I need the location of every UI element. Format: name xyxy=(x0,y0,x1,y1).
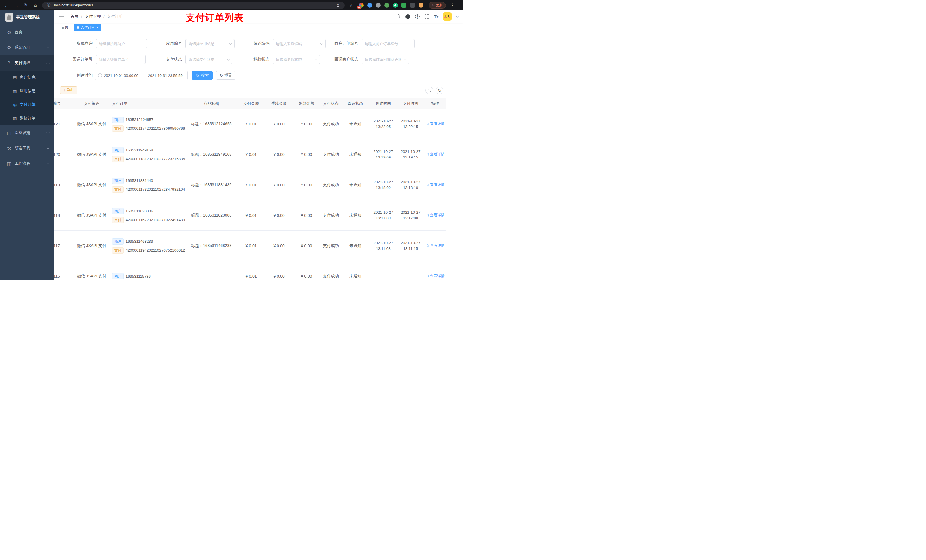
search-button[interactable]: 搜索 xyxy=(192,71,213,80)
cell-order: 商户 163531115786 支付 xyxy=(109,273,186,279)
tab-pay-order[interactable]: 支付订单 xyxy=(74,24,101,31)
tab-home[interactable]: 首页 xyxy=(59,24,71,31)
col-fee: 手续金额 xyxy=(265,101,293,106)
sidebar-item-workflow[interactable]: ▥ 工作流程 xyxy=(0,156,54,171)
browser-update-button[interactable]: 更新 xyxy=(428,2,446,9)
cell-status: 支付成功 xyxy=(320,243,342,248)
callback-status-select[interactable] xyxy=(365,57,406,62)
magnifier-icon xyxy=(426,122,429,125)
cell-pay-time: 2021-10-2713:18:10 xyxy=(398,179,424,191)
view-detail-link[interactable]: 查看详情 xyxy=(426,182,445,187)
browser-menu-icon[interactable] xyxy=(449,2,455,8)
magnifier-icon xyxy=(426,153,429,155)
export-button[interactable]: 导出 xyxy=(60,86,77,94)
merchant-order-no-input[interactable] xyxy=(365,42,412,46)
merchant-select[interactable] xyxy=(99,42,144,46)
channel-order-no-input[interactable] xyxy=(99,57,142,62)
back-icon[interactable] xyxy=(3,2,10,8)
cell-channel: 微信 JSAPI 支付 xyxy=(75,243,109,248)
cell-id: 120 xyxy=(54,152,75,157)
view-detail-link[interactable]: 查看详情 xyxy=(426,121,445,126)
cell-create-time: 2021-10-2713:18:02 xyxy=(369,179,398,191)
user-avatar[interactable] xyxy=(443,12,452,21)
cell-status: 支付成功 xyxy=(320,213,342,218)
channel-code-select[interactable] xyxy=(276,42,322,46)
info-icon[interactable] xyxy=(45,2,52,8)
top-navbar: 首页 / 支付管理 / 支付订单 xyxy=(54,10,463,23)
date-start: 2021-10-01 00:00:00 xyxy=(104,73,138,78)
extension-icon[interactable] xyxy=(401,3,406,8)
refund-status-select[interactable] xyxy=(276,57,317,62)
bookmark-star-icon[interactable] xyxy=(348,2,354,8)
merchant-tag: 商户 xyxy=(112,117,124,123)
font-size-icon[interactable] xyxy=(434,14,438,19)
breadcrumb-separator: / xyxy=(103,14,104,19)
filter-callback-status: 回调商户状态 xyxy=(331,55,409,64)
sidebar-item-system[interactable]: ⚙ 系统管理 xyxy=(0,40,54,55)
chevron-down-icon[interactable] xyxy=(456,15,459,18)
sidebar-item-payment[interactable]: ¥ 支付管理 xyxy=(0,55,54,71)
extension-icon[interactable] xyxy=(393,3,398,8)
table-row: 120 微信 JSAPI 支付 商户 1635311949168 支付 4200… xyxy=(54,139,446,170)
active-dot xyxy=(77,26,79,29)
cell-title: 标题：1635311881439 xyxy=(186,183,237,187)
app-select[interactable] xyxy=(189,42,232,46)
view-detail-link[interactable]: 查看详情 xyxy=(426,152,445,157)
date-range-input[interactable]: 2021-10-01 00:00:00 - 2021-10-31 23:59:5… xyxy=(95,71,188,80)
home-icon[interactable] xyxy=(32,2,39,8)
reload-icon[interactable] xyxy=(23,2,29,8)
extension-icon[interactable] xyxy=(376,3,381,8)
cell-actions: 查看详情 xyxy=(424,243,446,249)
reset-button[interactable]: 重置 xyxy=(216,71,236,80)
close-icon[interactable] xyxy=(96,26,98,29)
browser-profile-avatar[interactable] xyxy=(419,3,424,8)
extension-icon[interactable] xyxy=(367,3,372,8)
cell-notify: 未通知 xyxy=(342,152,369,157)
cell-refund: ¥ 0.00 xyxy=(293,122,320,126)
view-detail-link[interactable]: 查看详情 xyxy=(426,243,445,248)
url-bar[interactable]: localhost:1024/pay/order xyxy=(42,2,345,9)
help-icon[interactable] xyxy=(415,14,420,19)
app-title: 芋道管理系统 xyxy=(16,15,40,20)
filter-create-time: 创建时间 2021-10-01 00:00:00 - 2021-10-31 23… xyxy=(65,71,236,80)
cell-title: 标题：1635311823086 xyxy=(186,213,237,218)
cell-amount: ¥ 0.01 xyxy=(237,213,265,218)
cell-id: 119 xyxy=(54,183,75,187)
cell-id: 121 xyxy=(54,122,75,126)
extensions-puzzle-icon[interactable] xyxy=(410,3,415,8)
sidebar-item-pay-order[interactable]: ◎ 支付订单 xyxy=(0,98,54,112)
sidebar-item-dev-tools[interactable]: ⚒ 研发工具 xyxy=(0,140,54,156)
breadcrumb-home[interactable]: 首页 xyxy=(71,14,79,19)
cell-channel: 微信 JSAPI 支付 xyxy=(75,152,109,157)
cell-channel: 微信 JSAPI 支付 xyxy=(75,274,109,279)
pay-tag: 支付 xyxy=(112,125,124,132)
hamburger-icon[interactable] xyxy=(59,15,64,18)
date-end: 2021-10-31 23:59:59 xyxy=(148,73,183,78)
briefcase-icon: ▥ xyxy=(6,161,12,166)
breadcrumb-pay-manage[interactable]: 支付管理 xyxy=(85,14,101,19)
pay-status-select[interactable] xyxy=(189,57,229,62)
sidebar-item-home[interactable]: ⊙ 首页 xyxy=(0,24,54,40)
extension-icon[interactable]: 10 xyxy=(359,3,364,8)
sidebar-item-merchant-info[interactable]: ▤ 商户信息 xyxy=(0,71,54,84)
view-detail-link[interactable]: 查看详情 xyxy=(426,213,445,218)
github-icon[interactable] xyxy=(406,14,410,19)
browser-toolbar: localhost:1024/pay/order 10 更新 xyxy=(0,0,463,10)
breadcrumb-current: 支付订单 xyxy=(107,14,123,19)
forward-icon[interactable] xyxy=(13,2,20,8)
toggle-search-button[interactable] xyxy=(425,86,433,94)
share-icon[interactable] xyxy=(335,2,341,8)
cell-create-time: 2021-10-2713:17:03 xyxy=(369,210,398,221)
fullscreen-icon[interactable] xyxy=(425,14,429,19)
refresh-table-button[interactable] xyxy=(436,86,443,94)
extension-icon[interactable] xyxy=(384,3,389,8)
search-icon[interactable] xyxy=(396,14,401,20)
sidebar-item-refund-order[interactable]: ▧ 退款订单 xyxy=(0,112,54,125)
pay-line: 支付 4200001174202110278060590766 xyxy=(112,125,186,132)
cell-fee: ¥ 0.00 xyxy=(265,183,293,187)
table-row: 121 微信 JSAPI 支付 商户 1635312124657 支付 4200… xyxy=(54,109,446,139)
sidebar-item-app-info[interactable]: ▦ 应用信息 xyxy=(0,84,54,98)
view-detail-link[interactable]: 查看详情 xyxy=(426,273,445,279)
chevron-down-icon xyxy=(47,45,50,48)
sidebar-item-infrastructure[interactable]: ▢ 基础设施 xyxy=(0,125,54,140)
